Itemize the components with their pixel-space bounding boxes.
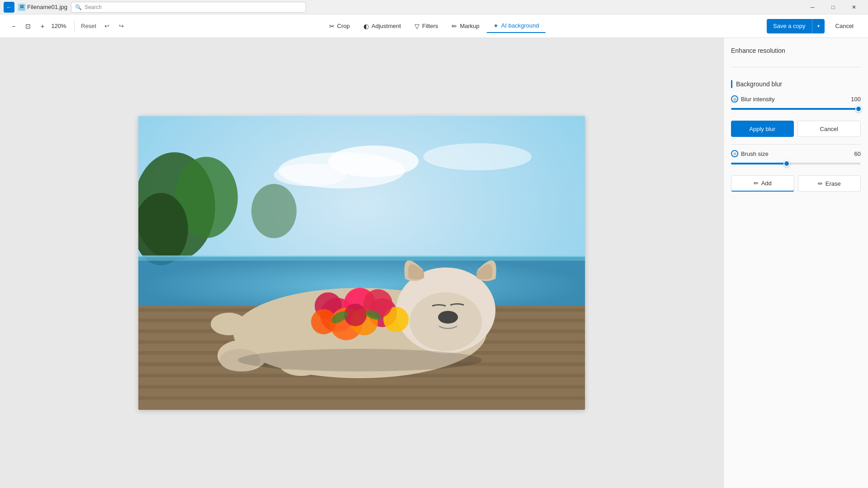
search-placeholder: Search xyxy=(85,4,102,10)
title-bar: ← 🖼 Filename01.jpg 🔍 Search ─ □ ✕ xyxy=(0,0,868,14)
search-bar[interactable]: 🔍 Search xyxy=(71,2,306,13)
file-type-icon: 🖼 xyxy=(18,4,25,11)
panel-divider xyxy=(731,67,861,67)
enhance-resolution-title: Enhance resolution xyxy=(731,47,861,54)
apply-cancel-row: Apply blur Cancel xyxy=(731,121,861,137)
background-blur-header: Background blur xyxy=(731,80,861,88)
blur-section-divider xyxy=(731,144,861,145)
zoom-fit-button[interactable]: ⊡ xyxy=(22,20,34,33)
save-copy-label: Save a copy xyxy=(773,23,806,29)
brush-size-fill xyxy=(731,163,787,164)
add-erase-row: ✏ Add ✏ Erase xyxy=(731,175,861,192)
file-tab: 🖼 Filename01.jpg xyxy=(18,4,67,11)
toolbar-cancel-button[interactable]: Cancel xyxy=(828,19,861,33)
blur-intensity-value: 100 xyxy=(851,96,861,103)
markup-label: Markup xyxy=(460,23,479,29)
blur-intensity-label-row: ◎ Blur intensity 100 xyxy=(731,95,861,103)
erase-button[interactable]: ✏ Erase xyxy=(798,175,861,192)
adjustment-label: Adjustment xyxy=(372,23,401,29)
brush-size-value: 60 xyxy=(854,150,861,157)
blur-intensity-label-left: ◎ Blur intensity xyxy=(731,95,774,103)
blur-intensity-thumb[interactable] xyxy=(855,106,862,112)
svg-rect-11 xyxy=(138,255,585,257)
brush-size-thumb[interactable] xyxy=(783,160,790,167)
toolbar-actions: Reset ↩ ↪ xyxy=(78,20,128,33)
brush-size-slider-track xyxy=(731,159,861,168)
svg-point-8 xyxy=(251,184,297,238)
reset-button[interactable]: Reset xyxy=(78,20,99,33)
filters-label: Filters xyxy=(422,23,438,29)
ai-background-label: AI background xyxy=(501,22,539,29)
markup-icon: ✏ xyxy=(452,23,457,30)
toolbar: − ⊡ + 120% Reset ↩ ↪ ✂ Crop ◐ Adjustment… xyxy=(0,14,868,38)
markup-tool-button[interactable]: ✏ Markup xyxy=(445,20,486,33)
main-content: Enhance resolution Background blur ◎ Blu… xyxy=(0,38,868,488)
dog-image xyxy=(138,116,585,410)
blur-intensity-slider-track xyxy=(731,104,861,113)
add-button[interactable]: ✏ Add xyxy=(731,175,794,192)
title-bar-left: ← 🖼 Filename01.jpg 🔍 Search xyxy=(4,2,802,13)
background-blur-title: Background blur xyxy=(736,80,782,88)
cancel-blur-button[interactable]: Cancel xyxy=(797,121,861,137)
brush-size-label: Brush size xyxy=(741,150,769,157)
cancel-label: Cancel xyxy=(835,23,854,29)
background-blur-section: Background blur ◎ Blur intensity 100 xyxy=(731,80,861,192)
svg-rect-20 xyxy=(138,385,585,389)
zoom-level: 120% xyxy=(51,23,67,29)
canvas-area[interactable] xyxy=(0,38,723,488)
maximize-button[interactable]: □ xyxy=(823,0,844,14)
add-icon: ✏ xyxy=(754,180,759,187)
svg-point-4 xyxy=(423,143,532,170)
redo-button[interactable]: ↪ xyxy=(115,20,128,33)
adjustment-icon: ◐ xyxy=(363,23,369,30)
window-controls: ─ □ ✕ xyxy=(802,0,864,14)
save-copy-main[interactable]: Save a copy xyxy=(767,19,812,33)
crop-icon: ✂ xyxy=(329,23,335,30)
right-panel: Enhance resolution Background blur ◎ Blu… xyxy=(723,38,868,488)
blur-intensity-row: ◎ Blur intensity 100 xyxy=(731,95,861,113)
bg-blur-accent-bar xyxy=(731,80,732,88)
zoom-in-button[interactable]: + xyxy=(36,20,49,33)
zoom-controls: − ⊡ + 120% xyxy=(7,20,67,33)
back-button[interactable]: ← xyxy=(4,2,14,13)
erase-label: Erase xyxy=(826,180,841,187)
save-copy-button[interactable]: Save a copy ▾ xyxy=(767,19,825,33)
zoom-out-button[interactable]: − xyxy=(7,20,20,33)
blur-intensity-fill xyxy=(731,108,861,110)
blur-intensity-label: Blur intensity xyxy=(741,96,774,103)
svg-point-41 xyxy=(211,313,247,335)
image-container xyxy=(138,116,585,410)
blur-intensity-icon: ◎ xyxy=(731,95,738,103)
svg-rect-21 xyxy=(138,396,585,400)
filters-tool-button[interactable]: ▽ Filters xyxy=(408,20,444,33)
ai-background-icon: ✦ xyxy=(493,22,499,29)
svg-point-3 xyxy=(274,164,346,186)
apply-blur-button[interactable]: Apply blur xyxy=(731,121,794,137)
toolbar-right: Save a copy ▾ Cancel xyxy=(767,19,861,33)
ai-background-tool-button[interactable]: ✦ AI background xyxy=(487,19,546,33)
svg-point-42 xyxy=(238,349,482,371)
search-icon: 🔍 xyxy=(75,4,82,10)
file-name: Filename01.jpg xyxy=(27,4,67,10)
center-tools: ✂ Crop ◐ Adjustment ▽ Filters ✏ Markup ✦… xyxy=(323,19,546,33)
filters-icon: ▽ xyxy=(415,23,420,30)
svg-point-25 xyxy=(438,311,458,324)
erase-icon: ✏ xyxy=(818,180,823,187)
minimize-button[interactable]: ─ xyxy=(802,0,823,14)
brush-size-row: ⊙ Brush size 60 xyxy=(731,150,861,168)
adjustment-tool-button[interactable]: ◐ Adjustment xyxy=(357,20,407,33)
crop-label: Crop xyxy=(337,23,350,29)
brush-size-icon: ⊙ xyxy=(731,150,738,157)
add-label: Add xyxy=(761,180,772,187)
close-button[interactable]: ✕ xyxy=(844,0,864,14)
undo-button[interactable]: ↩ xyxy=(101,20,113,33)
save-copy-dropdown-arrow[interactable]: ▾ xyxy=(812,19,825,33)
brush-size-label-row: ⊙ Brush size 60 xyxy=(731,150,861,157)
crop-tool-button[interactable]: ✂ Crop xyxy=(323,20,356,33)
toolbar-divider xyxy=(74,21,75,32)
brush-size-label-left: ⊙ Brush size xyxy=(731,150,769,157)
